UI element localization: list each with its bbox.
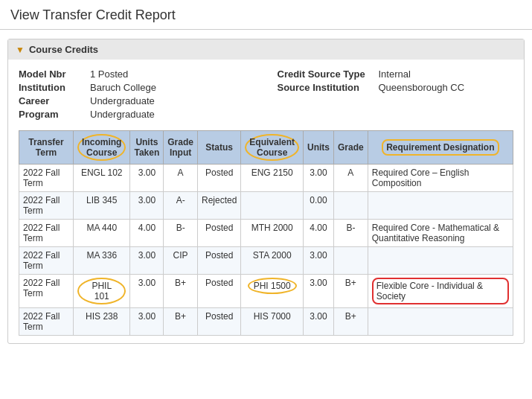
cell-grade-input: CIP <box>164 247 198 275</box>
table-row: 2022 Fall TermHIS 2383.00B+PostedHIS 700… <box>19 308 513 336</box>
table-header-row: TransferTerm IncomingCourse UnitsTaken G… <box>19 131 513 165</box>
th-units-taken: UnitsTaken <box>130 131 164 165</box>
cell-grade: B- <box>334 220 368 247</box>
career-row: Career Undergraduate <box>19 95 255 106</box>
th-req-designation: Requirement Designation <box>368 131 513 165</box>
cell-incoming: MA 336 <box>74 247 130 275</box>
th-transfer-term: TransferTerm <box>19 131 74 165</box>
career-label: Career <box>19 95 86 106</box>
program-row: Program Undergraduate <box>19 109 255 120</box>
table-row: 2022 Fall TermLIB 3453.00A-Rejected0.00 <box>19 192 513 220</box>
cell-req <box>368 247 513 275</box>
cell-units-taken: 3.00 <box>130 247 164 275</box>
cell-term: 2022 Fall Term <box>19 247 74 275</box>
cell-units-taken: 4.00 <box>130 220 164 247</box>
cell-units-taken: 3.00 <box>130 308 164 336</box>
cell-equiv <box>241 192 304 220</box>
model-nbr-value: 1 Posted <box>90 68 128 80</box>
cell-incoming: LIB 345 <box>74 192 130 220</box>
cell-incoming: PHIL 101 <box>74 275 130 308</box>
institution-value: Baruch College <box>90 82 156 93</box>
cell-status: Rejected <box>197 192 240 220</box>
th-grade-input: GradeInput <box>164 131 198 165</box>
table-row: 2022 Fall TermMA 3363.00CIPPostedSTA 200… <box>19 247 513 275</box>
cell-units: 3.00 <box>304 165 334 192</box>
cell-status: Posted <box>197 165 240 192</box>
cell-units-taken: 3.00 <box>130 165 164 192</box>
cell-grade: B+ <box>334 308 368 336</box>
table-row: 2022 Fall TermENGL 1023.00APostedENG 215… <box>19 165 513 192</box>
cell-term: 2022 Fall Term <box>19 220 74 247</box>
th-status: Status <box>197 131 240 165</box>
institution-label: Institution <box>19 82 86 93</box>
th-grade: Grade <box>334 131 368 165</box>
cell-term: 2022 Fall Term <box>19 165 74 192</box>
cell-term: 2022 Fall Term <box>19 275 74 308</box>
meta-right: Credit Source Type Internal Source Insti… <box>278 68 514 120</box>
cell-status: Posted <box>197 220 240 247</box>
equiv-course-circle: EquivalentCourse <box>245 134 299 161</box>
cell-units: 3.00 <box>304 275 334 308</box>
cell-equiv: ENG 2150 <box>241 165 304 192</box>
cell-units: 4.00 <box>304 220 334 247</box>
credit-source-row: Credit Source Type Internal <box>278 68 514 80</box>
cell-grade <box>334 247 368 275</box>
cell-incoming: ENGL 102 <box>74 165 130 192</box>
cell-equiv: MTH 2000 <box>241 220 304 247</box>
meta-left: Model Nbr 1 Posted Institution Baruch Co… <box>19 68 255 120</box>
cell-grade-input: A <box>164 165 198 192</box>
th-incoming-course: IncomingCourse <box>74 131 130 165</box>
source-institution-row: Source Institution Queensborough CC <box>278 82 514 93</box>
cell-grade: B+ <box>334 275 368 308</box>
career-value: Undergraduate <box>90 95 155 106</box>
cell-req: Required Core - Mathematical & Quantitat… <box>368 220 513 247</box>
credit-source-label: Credit Source Type <box>278 68 374 80</box>
cell-status: Posted <box>197 308 240 336</box>
cell-units-taken: 3.00 <box>130 275 164 308</box>
req-designation-circle: Requirement Designation <box>382 139 499 156</box>
cell-incoming: MA 440 <box>74 220 130 247</box>
program-label: Program <box>19 109 86 120</box>
cell-grade-input: B+ <box>164 308 198 336</box>
th-equiv-course: EquivalentCourse <box>241 131 304 165</box>
cell-grade-input: B- <box>164 220 198 247</box>
model-nbr-row: Model Nbr 1 Posted <box>19 68 255 80</box>
cell-grade-input: A- <box>164 192 198 220</box>
cell-equiv: PHI 1500 <box>241 275 304 308</box>
source-institution-value: Queensborough CC <box>379 82 465 93</box>
cell-req-circle: Flexible Core - Individual & Society <box>372 278 509 304</box>
cell-req: Required Core – English Composition <box>368 165 513 192</box>
meta-info: Model Nbr 1 Posted Institution Baruch Co… <box>19 68 513 120</box>
cell-equiv: HIS 7000 <box>241 308 304 336</box>
cell-term: 2022 Fall Term <box>19 308 74 336</box>
cell-grade <box>334 192 368 220</box>
section-label: Course Credits <box>29 44 98 55</box>
cell-status: Posted <box>197 247 240 275</box>
page-header: View Transfer Credit Report <box>0 0 532 30</box>
section-body: Model Nbr 1 Posted Institution Baruch Co… <box>8 60 524 343</box>
section-header[interactable]: ▼ Course Credits <box>8 39 524 60</box>
cell-grade: A <box>334 165 368 192</box>
cell-incoming-circle: PHIL 101 <box>77 278 126 304</box>
credit-source-value: Internal <box>379 68 411 80</box>
cell-req <box>368 308 513 336</box>
page-title: View Transfer Credit Report <box>10 7 522 23</box>
institution-row: Institution Baruch College <box>19 82 255 93</box>
cell-units-taken: 3.00 <box>130 192 164 220</box>
table-row: 2022 Fall TermPHIL 1013.00B+PostedPHI 15… <box>19 275 513 308</box>
cell-equiv-circle: PHI 1500 <box>248 278 297 294</box>
cell-req: Flexible Core - Individual & Society <box>368 275 513 308</box>
cell-req <box>368 192 513 220</box>
cell-term: 2022 Fall Term <box>19 192 74 220</box>
collapse-arrow-icon: ▼ <box>16 45 25 55</box>
cell-units: 3.00 <box>304 308 334 336</box>
cell-incoming: HIS 238 <box>74 308 130 336</box>
cell-units: 0.00 <box>304 192 334 220</box>
cell-status: Posted <box>197 275 240 308</box>
model-nbr-label: Model Nbr <box>19 68 86 80</box>
th-units: Units <box>304 131 334 165</box>
course-credits-panel: ▼ Course Credits Model Nbr 1 Posted Inst… <box>7 39 525 344</box>
incoming-course-circle: IncomingCourse <box>77 134 126 161</box>
transfer-credit-table: TransferTerm IncomingCourse UnitsTaken G… <box>19 130 513 336</box>
cell-grade-input: B+ <box>164 275 198 308</box>
